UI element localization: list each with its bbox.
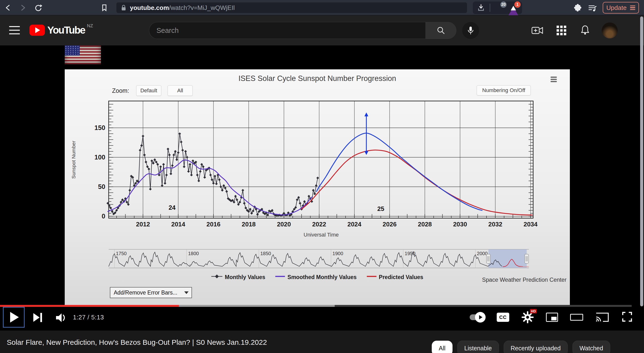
svg-text:1850: 1850 (260, 251, 271, 256)
play-icon (10, 312, 19, 322)
svg-text:2026: 2026 (383, 221, 397, 228)
sunspot-chart-panel: ISES Solar Cycle Sunspot Number Progress… (65, 69, 570, 305)
country-code: NZ (87, 23, 93, 29)
legend-item[interactable]: Monthly Values (211, 274, 265, 280)
rewards-badge: 1 (514, 2, 520, 8)
browser-scrollbar[interactable] (640, 17, 643, 306)
svg-text:2020: 2020 (277, 221, 291, 228)
sunspot-chart: 0501001502012201420162018202020222024202… (65, 69, 570, 305)
fullscreen-button[interactable] (621, 311, 633, 323)
player-controls-right: CC HD (470, 307, 633, 328)
legend-label: Smoothed Monthly Values (288, 274, 357, 280)
svg-text:2018: 2018 (242, 221, 256, 228)
url-bar[interactable]: youtube.com/watch?v=MiJ_wQWjEIl (116, 3, 467, 13)
search-area: Search (149, 22, 479, 39)
svg-text:0: 0 (102, 213, 105, 220)
video-progress-bar[interactable] (0, 305, 644, 307)
guide-menu-icon[interactable] (9, 26, 20, 35)
svg-text:2012: 2012 (136, 221, 150, 228)
legend-label: Monthly Values (225, 274, 265, 280)
play-button[interactable] (3, 307, 25, 328)
bell-icon (580, 25, 590, 36)
cc-icon: CC (499, 314, 507, 320)
hd-badge: HD (530, 309, 537, 313)
logo-text: YouTube (47, 25, 85, 36)
browser-chrome: youtube.com/watch?v=MiJ_wQWjEIl 20 1 Upd… (0, 0, 644, 16)
svg-text:24: 24 (168, 204, 176, 211)
youtube-play-icon (30, 25, 45, 36)
search-icon (436, 26, 446, 35)
progress-played (0, 305, 179, 307)
page: youtube.com/watch?v=MiJ_wQWjEIl 20 1 Upd… (0, 0, 644, 353)
theater-mode-button[interactable] (570, 314, 583, 321)
legend-swatch (367, 274, 376, 280)
svg-text:2032: 2032 (488, 221, 502, 228)
svg-text:25: 25 (378, 205, 384, 212)
voice-search-button[interactable] (462, 22, 479, 39)
cast-icon (595, 311, 609, 322)
next-button[interactable] (33, 313, 44, 322)
filter-chips: AllListenableRecently uploadedWatched (432, 341, 610, 353)
fullscreen-icon (621, 311, 633, 322)
video-player[interactable]: ISES Solar Cycle Sunspot Number Progress… (0, 46, 644, 330)
svg-text:2028: 2028 (418, 221, 432, 228)
volume-button[interactable] (54, 311, 70, 325)
svg-text:2034: 2034 (524, 221, 538, 228)
autoplay-toggle[interactable] (470, 314, 485, 320)
svg-text:2030: 2030 (453, 221, 467, 228)
update-label: Update (606, 4, 626, 12)
captions-button[interactable]: CC (497, 313, 509, 322)
forward-icon[interactable] (18, 4, 27, 12)
svg-text:150: 150 (94, 124, 105, 131)
miniplayer-button[interactable] (546, 313, 558, 322)
volume-icon (54, 311, 70, 324)
svg-text:2016: 2016 (206, 221, 220, 228)
youtube-logo[interactable]: YouTube NZ (30, 25, 93, 36)
filter-chip-listenable[interactable]: Listenable (457, 341, 499, 353)
avatar[interactable] (602, 23, 618, 39)
browser-update-button[interactable]: Update (603, 2, 639, 14)
create-video-icon (532, 26, 544, 35)
svg-text:2014: 2014 (171, 221, 185, 228)
source-credit: Space Weather Prediction Center (482, 277, 566, 283)
filter-chip-watched[interactable]: Watched (572, 341, 610, 353)
search-input[interactable]: Search (149, 22, 426, 39)
youtube-masthead: YouTube NZ Search (0, 16, 644, 46)
filter-chip-all[interactable]: All (432, 341, 452, 353)
us-flag-image (65, 46, 101, 64)
filter-chip-recently-uploaded[interactable]: Recently uploaded (504, 341, 568, 353)
svg-text:2000: 2000 (477, 251, 488, 256)
player-controls: 1:27 / 5:13 CC HD (0, 307, 644, 330)
url-host: youtube.com (130, 4, 169, 11)
apps-grid-icon (556, 26, 566, 35)
brave-rewards-icon[interactable]: 1 (508, 3, 518, 13)
legend-label: Predicted Values (379, 274, 423, 280)
error-bars-dropdown[interactable]: Add/Remove Error Bars... (110, 287, 192, 298)
notifications-button[interactable] (578, 24, 592, 38)
lock-icon (120, 4, 127, 11)
browser-badge-group: 20 1 (473, 2, 522, 14)
time-display: 1:27 / 5:13 (73, 307, 104, 328)
divider (490, 4, 490, 12)
svg-text:1800: 1800 (188, 251, 199, 256)
legend-item[interactable]: Predicted Values (367, 274, 423, 280)
legend-item[interactable]: Smoothed Monthly Values (276, 274, 357, 280)
svg-text:1900: 1900 (332, 251, 343, 256)
mic-icon (466, 26, 475, 35)
brave-shield-icon[interactable]: 20 (494, 3, 504, 13)
cast-button[interactable] (595, 311, 609, 323)
bookmark-icon[interactable] (100, 4, 109, 12)
reload-icon[interactable] (34, 4, 42, 12)
search-button[interactable] (426, 22, 456, 39)
apps-grid-button[interactable] (554, 24, 568, 38)
extensions-puzzle-icon[interactable] (573, 4, 582, 12)
svg-text:Universal Time: Universal Time (304, 232, 338, 238)
download-icon[interactable] (477, 3, 485, 12)
settings-button[interactable]: HD (521, 311, 534, 323)
playlist-queue-icon[interactable] (588, 4, 596, 12)
chevron-down-icon (184, 291, 188, 294)
shield-badge: 20 (500, 2, 506, 8)
svg-text:1750: 1750 (116, 251, 127, 256)
back-icon[interactable] (4, 4, 12, 12)
create-video-button[interactable] (531, 24, 545, 38)
